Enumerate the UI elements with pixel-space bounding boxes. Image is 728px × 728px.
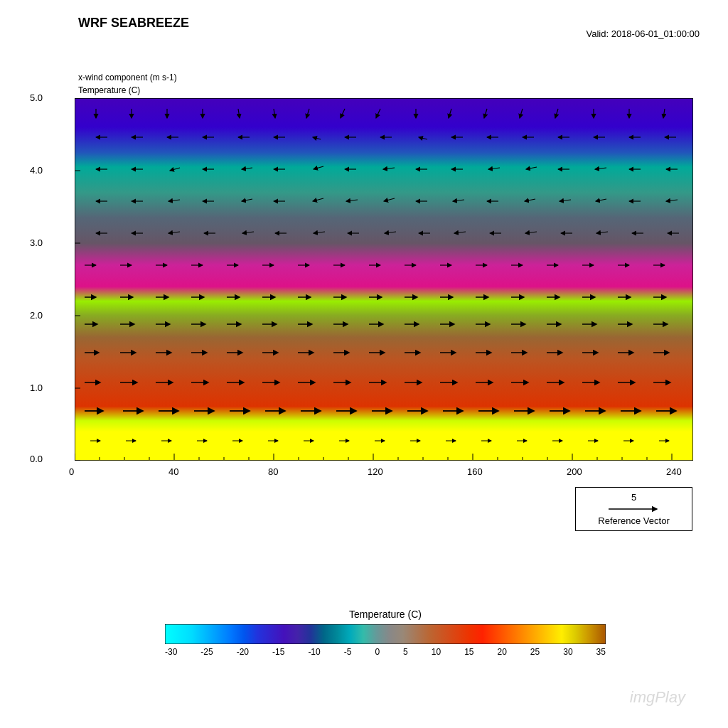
ref-vector-arrow-container <box>583 504 685 514</box>
x-tick-160: 160 <box>467 466 483 477</box>
ref-vector-arrow-svg <box>606 504 663 514</box>
y-label-line2: Temperature (C) <box>78 85 140 95</box>
x-tick-120: 120 <box>368 466 383 477</box>
cb-tick-minus10: -10 <box>308 647 320 657</box>
cb-tick-20: 20 <box>497 647 506 657</box>
cb-tick-35: 35 <box>596 647 606 657</box>
cb-tick-minus5: -5 <box>344 647 352 657</box>
colorbar-svg <box>165 624 606 644</box>
y-tick-3: 3.0 <box>30 237 43 248</box>
y-label-line1: x-wind component (m s-1) <box>78 73 177 82</box>
svg-rect-254 <box>165 624 606 644</box>
cb-tick-minus25: -25 <box>200 647 213 657</box>
x-tick-80: 80 <box>268 466 278 477</box>
main-container: WRF SEABREEZE Valid: 2018-06-01_01:00:00… <box>0 0 728 728</box>
x-tick-200: 200 <box>567 466 582 477</box>
valid-time: Valid: 2018-06-01_01:00:00 <box>587 28 700 39</box>
chart-area <box>75 98 693 461</box>
svg-rect-16 <box>75 98 693 461</box>
colorbar-title: Temperature (C) <box>78 609 692 620</box>
y-tick-4: 4.0 <box>30 165 43 176</box>
cb-tick-minus20: -20 <box>237 647 249 657</box>
x-tick-40: 40 <box>168 466 178 477</box>
cb-tick-30: 30 <box>563 647 572 657</box>
cb-tick-15: 15 <box>464 647 473 657</box>
cb-tick-0: 0 <box>375 647 380 657</box>
x-tick-0: 0 <box>69 466 74 477</box>
x-tick-240: 240 <box>666 466 682 477</box>
ref-vector-label: Reference Vector <box>583 515 685 526</box>
y-tick-0: 0.0 <box>30 454 43 464</box>
y-tick-2: 2.0 <box>30 310 43 321</box>
y-tick-1: 1.0 <box>30 382 43 393</box>
cb-tick-minus30: -30 <box>165 647 177 657</box>
reference-vector-box: 5 Reference Vector <box>575 487 692 531</box>
cb-tick-5: 5 <box>403 647 408 657</box>
colorbar-ticks: -30 -25 -20 -15 -10 -5 0 5 10 15 20 25 3… <box>165 647 606 657</box>
chart-title: WRF SEABREEZE <box>78 16 189 31</box>
y-axis-label: x-wind component (m s-1) Temperature (C) <box>78 71 177 97</box>
watermark: imgPlay <box>630 688 685 707</box>
colorbar-section: Temperature (C) <box>78 609 692 657</box>
chart-svg <box>75 98 693 461</box>
y-tick-5: 5.0 <box>30 92 43 103</box>
cb-tick-minus15: -15 <box>272 647 284 657</box>
cb-tick-10: 10 <box>432 647 441 657</box>
cb-tick-25: 25 <box>530 647 540 657</box>
ref-vector-value: 5 <box>583 492 685 503</box>
